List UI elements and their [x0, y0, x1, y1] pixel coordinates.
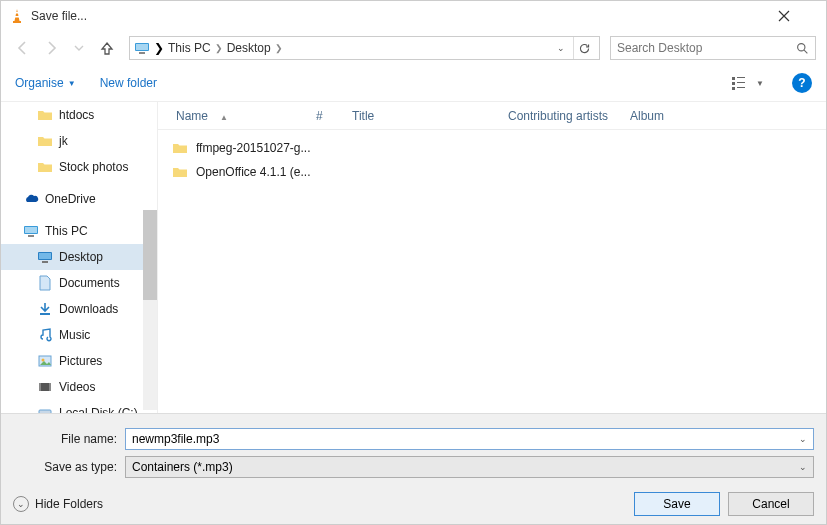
picture-icon: [37, 353, 53, 369]
tree-item-pictures[interactable]: Pictures: [1, 348, 157, 374]
search-placeholder: Search Desktop: [617, 41, 796, 55]
address-dropdown[interactable]: ⌄: [553, 43, 569, 53]
tree-item-this-pc[interactable]: This PC: [1, 218, 157, 244]
window-title: Save file...: [31, 9, 778, 23]
tree-item-videos[interactable]: Videos: [1, 374, 157, 400]
saveastype-row: Save as type: Containers (*.mp3) ⌄: [13, 456, 814, 478]
close-button[interactable]: [778, 10, 818, 22]
svg-rect-18: [42, 261, 48, 263]
back-button[interactable]: [11, 36, 35, 60]
saveastype-select[interactable]: Containers (*.mp3) ⌄: [125, 456, 814, 478]
list-item[interactable]: ffmpeg-20151027-g...: [158, 136, 826, 160]
video-icon: [37, 379, 53, 395]
tree-scrollbar-thumb[interactable]: [143, 210, 157, 300]
chevron-down-icon: ⌄: [13, 496, 29, 512]
breadcrumb-path[interactable]: Desktop: [227, 41, 271, 55]
svg-rect-24: [49, 383, 51, 391]
svg-rect-4: [136, 44, 148, 50]
file-list: ffmpeg-20151027-g... OpenOffice 4.1.1 (e…: [158, 130, 826, 190]
svg-rect-19: [40, 313, 50, 315]
svg-rect-2: [15, 16, 20, 18]
title-bar: Save file...: [1, 1, 826, 31]
tree-item-music[interactable]: Music: [1, 322, 157, 348]
column-name[interactable]: Name▲: [168, 109, 308, 123]
bottom-panel: File name: newmp3file.mp3 ⌄ Save as type…: [1, 413, 826, 525]
tree-item-downloads[interactable]: Downloads: [1, 296, 157, 322]
folder-tree: htdocs jk Stock photos OneDrive This PC …: [1, 102, 157, 413]
tree-item-htdocs[interactable]: htdocs: [1, 102, 157, 128]
chevron-down-icon: ▼: [68, 79, 76, 88]
list-item[interactable]: OpenOffice 4.1.1 (e...: [158, 160, 826, 184]
chevron-right-icon: ❯: [273, 43, 285, 53]
svg-rect-7: [732, 77, 735, 80]
help-button[interactable]: ?: [792, 73, 812, 93]
main-area: htdocs jk Stock photos OneDrive This PC …: [1, 101, 826, 413]
save-button[interactable]: Save: [634, 492, 720, 516]
toolbar: Organise ▼ New folder ▼ ?: [1, 65, 826, 101]
svg-rect-14: [25, 227, 37, 233]
svg-rect-10: [737, 82, 745, 83]
tree-item-onedrive[interactable]: OneDrive: [1, 186, 157, 212]
navigation-bar: ❯ This PC ❯ Desktop ❯ ⌄ Search Desktop: [1, 31, 826, 65]
chevron-right-icon: ❯: [154, 41, 164, 55]
column-album[interactable]: Album: [622, 109, 672, 123]
svg-rect-8: [737, 77, 745, 78]
new-folder-button[interactable]: New folder: [100, 76, 157, 90]
tree-item-local-disk[interactable]: Local Disk (C:): [1, 400, 157, 413]
svg-rect-1: [15, 12, 19, 14]
pc-icon: [23, 223, 39, 239]
tree-item-jk[interactable]: jk: [1, 128, 157, 154]
filename-label: File name:: [13, 432, 125, 446]
document-icon: [37, 275, 53, 291]
file-pane: Name▲ # Title Contributing artists Album…: [157, 102, 826, 413]
breadcrumb-root[interactable]: This PC: [168, 41, 211, 55]
vlc-cone-icon: [9, 8, 25, 24]
download-icon: [37, 301, 53, 317]
saveastype-label: Save as type:: [13, 460, 125, 474]
chevron-down-icon: ▼: [756, 79, 764, 88]
svg-rect-25: [39, 410, 51, 413]
filename-input[interactable]: newmp3file.mp3 ⌄: [125, 428, 814, 450]
folder-icon: [172, 140, 188, 156]
chevron-right-icon: ❯: [213, 43, 225, 53]
search-input[interactable]: Search Desktop: [610, 36, 816, 60]
tree-item-documents[interactable]: Documents: [1, 270, 157, 296]
up-button[interactable]: [95, 36, 119, 60]
tree-item-desktop[interactable]: Desktop: [1, 244, 157, 270]
folder-icon: [37, 159, 53, 175]
recent-dropdown[interactable]: [67, 36, 91, 60]
forward-button[interactable]: [39, 36, 63, 60]
svg-rect-9: [732, 82, 735, 85]
hide-folders-toggle[interactable]: ⌄ Hide Folders: [13, 496, 103, 512]
svg-rect-12: [737, 87, 745, 88]
music-icon: [37, 327, 53, 343]
column-contributing-artists[interactable]: Contributing artists: [500, 109, 622, 123]
button-row: ⌄ Hide Folders Save Cancel: [13, 492, 814, 516]
tree-item-stock-photos[interactable]: Stock photos: [1, 154, 157, 180]
folder-icon: [37, 133, 53, 149]
pc-icon: [134, 40, 150, 56]
organise-menu[interactable]: Organise ▼: [15, 76, 76, 90]
sort-ascending-icon: ▲: [208, 113, 228, 122]
svg-point-21: [42, 359, 45, 362]
svg-rect-17: [39, 253, 51, 259]
column-number[interactable]: #: [308, 109, 344, 123]
svg-rect-15: [28, 235, 34, 237]
chevron-down-icon: ⌄: [799, 462, 807, 472]
address-bar[interactable]: ❯ This PC ❯ Desktop ❯ ⌄: [129, 36, 600, 60]
svg-rect-11: [732, 87, 735, 90]
cloud-icon: [23, 191, 39, 207]
breadcrumb: This PC ❯ Desktop ❯: [168, 41, 549, 55]
svg-rect-23: [39, 383, 41, 391]
file-name: OpenOffice 4.1.1 (e...: [196, 165, 311, 179]
cancel-button[interactable]: Cancel: [728, 492, 814, 516]
column-headers: Name▲ # Title Contributing artists Album: [158, 102, 826, 130]
search-icon: [796, 42, 809, 55]
chevron-down-icon[interactable]: ⌄: [799, 434, 807, 444]
desktop-icon: [37, 249, 53, 265]
view-options[interactable]: ▼: [728, 74, 768, 92]
column-title[interactable]: Title: [344, 109, 500, 123]
folder-icon: [172, 164, 188, 180]
svg-rect-5: [139, 52, 145, 54]
refresh-button[interactable]: [573, 37, 595, 59]
